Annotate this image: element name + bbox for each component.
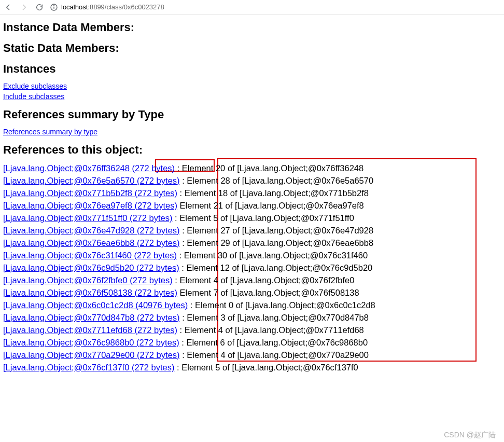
reference-row: [Ljava.lang.Object;@0x76eae6bb8 (272 byt… [3, 237, 501, 249]
address-bar[interactable]: localhost:8899/class/0x6c0023278 [50, 3, 500, 11]
reference-description: : Element 0 of [Ljava.lang.Object;@0x6c0… [188, 300, 375, 310]
reference-link[interactable]: [Ljava.lang.Object;@0x76ea97ef8 (272 byt… [3, 201, 177, 210]
reference-link[interactable]: [Ljava.lang.Object;@0x76eae6bb8 (272 byt… [3, 238, 180, 247]
reference-link[interactable]: [Ljava.lang.Object;@0x76e47d928 (272 byt… [3, 226, 180, 235]
reference-row: [Ljava.lang.Object;@0x770a29e00 (272 byt… [3, 349, 501, 361]
reference-row: [Ljava.lang.Object;@0x76c9d5b20 (272 byt… [3, 261, 501, 274]
heading-static-data: Static Data Members: [3, 42, 501, 55]
back-icon[interactable] [4, 3, 12, 11]
page-content: Instance Data Members: Static Data Membe… [0, 15, 504, 374]
reference-description: : Element 5 of [Ljava.lang.Object;@0x771… [172, 213, 354, 223]
reference-description: : Element 4 of [Ljava.lang.Object;@0x771… [177, 325, 364, 335]
reference-description: Element 21 of [Ljava.lang.Object;@0x76ea… [177, 201, 364, 210]
url-text: localhost:8899/class/0x6c0023278 [61, 3, 164, 11]
url-path: :8899/class/0x6c0023278 [88, 3, 164, 11]
reference-link[interactable]: [Ljava.lang.Object;@0x76f2fbfe0 (272 byt… [3, 275, 173, 285]
reference-link[interactable]: [Ljava.lang.Object;@0x76c9d5b20 (272 byt… [3, 263, 179, 272]
reference-description: : Element 27 of [Ljava.lang.Object;@0x76… [180, 226, 374, 235]
reference-row: [Ljava.lang.Object;@0x771f51ff0 (272 byt… [3, 212, 501, 224]
reference-link[interactable]: [Ljava.lang.Object;@0x76ff36248 (272 byt… [3, 163, 175, 173]
reference-description: : Element 12 of [Ljava.lang.Object;@0x76… [179, 263, 373, 272]
reference-description: : Element 4 of [Ljava.lang.Object;@0x76f… [173, 275, 355, 285]
reference-row: [Ljava.lang.Object;@0x7711efd68 (272 byt… [3, 324, 501, 336]
heading-ref-to-object: References to this object: [3, 143, 501, 157]
reference-description: Element 7 of [Ljava.lang.Object;@0x76f50… [177, 288, 359, 297]
reference-row: [Ljava.lang.Object;@0x76c9868b0 (272 byt… [3, 336, 501, 349]
reference-row: [Ljava.lang.Object;@0x76ff36248 (272 byt… [3, 162, 501, 174]
reference-description: : Element 28 of [Ljava.lang.Object;@0x76… [180, 176, 374, 185]
reference-description: : Element 5 of [Ljava.lang.Object;@0x76c… [174, 363, 358, 372]
reference-row: [Ljava.lang.Object;@0x76f2fbfe0 (272 byt… [3, 274, 501, 286]
link-exclude-subclasses[interactable]: Exclude subclasses [3, 82, 67, 90]
reference-row: [Ljava.lang.Object;@0x76f508138 (272 byt… [3, 286, 501, 299]
reference-description: : Element 6 of [Ljava.lang.Object;@0x76c… [179, 338, 368, 347]
browser-toolbar: localhost:8899/class/0x6c0023278 [0, 0, 504, 15]
heading-ref-summary-type: References summary by Type [3, 108, 501, 121]
reference-link[interactable]: [Ljava.lang.Object;@0x76e5a6570 (272 byt… [3, 176, 180, 185]
heading-instances: Instances [3, 62, 501, 76]
url-host: localhost [61, 3, 88, 11]
reference-link[interactable]: [Ljava.lang.Object;@0x771f51ff0 (272 byt… [3, 213, 172, 223]
reference-row: [Ljava.lang.Object;@0x770d847b8 (272 byt… [3, 311, 501, 324]
reference-row: [Ljava.lang.Object;@0x76e5a6570 (272 byt… [3, 174, 501, 187]
reference-row: [Ljava.lang.Object;@0x76ea97ef8 (272 byt… [3, 199, 501, 212]
nav-buttons [4, 3, 44, 11]
info-icon[interactable] [50, 3, 58, 11]
reference-description: : Element 4 of [Ljava.lang.Object;@0x770… [180, 350, 369, 360]
reference-description: : Element 30 of [Ljava.lang.Object;@0x76… [177, 251, 368, 260]
heading-instance-data: Instance Data Members: [3, 21, 501, 34]
reference-row: [Ljava.lang.Object;@0x771b5b2f8 (272 byt… [3, 187, 501, 199]
reference-row: [Ljava.lang.Object;@0x76c31f460 (272 byt… [3, 249, 501, 261]
link-ref-summary[interactable]: References summary by type [3, 128, 97, 136]
reference-link[interactable]: [Ljava.lang.Object;@0x771b5b2f8 (272 byt… [3, 188, 177, 198]
forward-icon[interactable] [20, 3, 28, 11]
reference-row: [Ljava.lang.Object;@0x6c0c1c2d8 (40976 b… [3, 299, 501, 311]
reference-description: : Element 3 of [Ljava.lang.Object;@0x770… [180, 313, 369, 322]
reference-link[interactable]: [Ljava.lang.Object;@0x76c9868b0 (272 byt… [3, 338, 179, 347]
reference-description: : Element 18 of [Ljava.lang.Object;@0x77… [177, 188, 369, 198]
reference-link[interactable]: [Ljava.lang.Object;@0x6c0c1c2d8 (40976 b… [3, 300, 188, 310]
reference-description: : Element 29 of [Ljava.lang.Object;@0x76… [180, 238, 374, 247]
reload-icon[interactable] [35, 3, 44, 11]
svg-point-2 [54, 5, 54, 6]
reference-link[interactable]: [Ljava.lang.Object;@0x76c31f460 (272 byt… [3, 251, 177, 260]
reference-link[interactable]: [Ljava.lang.Object;@0x7711efd68 (272 byt… [3, 325, 177, 335]
reference-link[interactable]: [Ljava.lang.Object;@0x770a29e00 (272 byt… [3, 350, 180, 360]
reference-row: [Ljava.lang.Object;@0x76e47d928 (272 byt… [3, 224, 501, 237]
references-list: [Ljava.lang.Object;@0x76ff36248 (272 byt… [3, 162, 501, 374]
link-include-subclasses[interactable]: Include subclasses [3, 92, 64, 101]
reference-link[interactable]: [Ljava.lang.Object;@0x76cf137f0 (272 byt… [3, 363, 174, 372]
reference-link[interactable]: [Ljava.lang.Object;@0x76f508138 (272 byt… [3, 288, 177, 297]
reference-row: [Ljava.lang.Object;@0x76cf137f0 (272 byt… [3, 361, 501, 374]
reference-link[interactable]: [Ljava.lang.Object;@0x770d847b8 (272 byt… [3, 313, 180, 322]
reference-description: : Element 20 of [Ljava.lang.Object;@0x76… [175, 163, 363, 173]
